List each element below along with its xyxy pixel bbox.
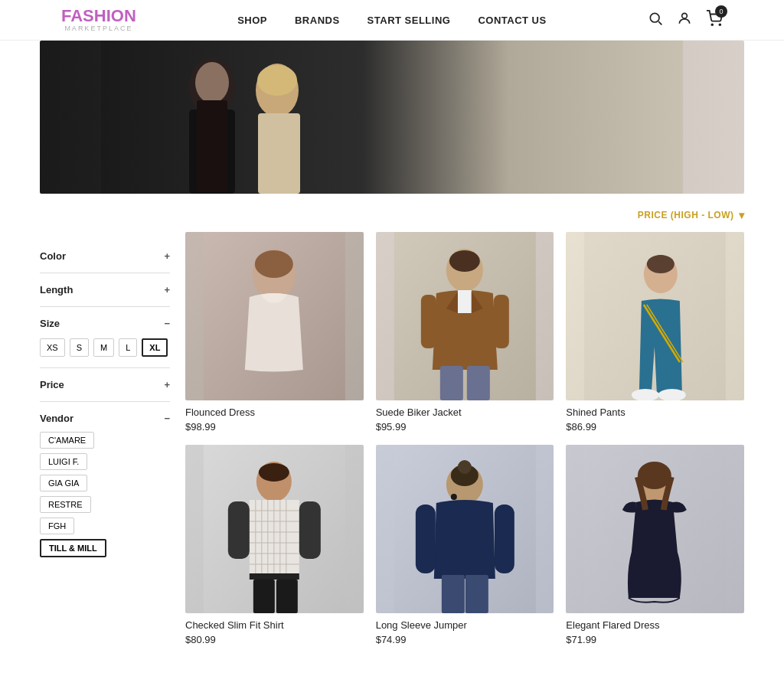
filter-color: Color +	[40, 240, 170, 273]
search-icon[interactable]	[648, 11, 663, 30]
product-image-5	[376, 445, 554, 613]
product-name-3: Shined Pants	[566, 407, 744, 418]
filter-price-header[interactable]: Price +	[40, 379, 170, 390]
product-price-2: $95.99	[376, 421, 554, 433]
product-name-2: Suede Biker Jacket	[376, 407, 554, 418]
nav-shop[interactable]: SHOP	[237, 15, 267, 26]
svg-rect-48	[299, 501, 321, 559]
size-btn-xs[interactable]: XS	[40, 338, 65, 357]
svg-point-52	[259, 463, 289, 482]
product-name-6: Elegant Flared Dress	[566, 619, 744, 631]
size-btn-xl[interactable]: XL	[142, 338, 168, 357]
svg-point-4	[719, 24, 720, 25]
product-card-2[interactable]: Suede Biker Jacket $95.99	[376, 232, 554, 433]
cart-count: 0	[715, 5, 727, 18]
banner-image	[40, 41, 744, 194]
svg-point-3	[711, 24, 713, 25]
svg-rect-21	[493, 295, 508, 348]
vendor-options: C'AMARE LUIGI F. GIA GIA RESTRE FGH TILL…	[40, 432, 170, 557]
svg-rect-11	[258, 113, 300, 194]
svg-rect-56	[494, 505, 514, 573]
main-nav: SHOP BRANDS START SELLING CONTACT US	[237, 15, 547, 26]
svg-rect-31	[658, 255, 664, 266]
sort-chevron-icon: ▾	[739, 209, 745, 221]
svg-rect-9	[197, 100, 227, 192]
logo-sub: MARKETPLACE	[61, 24, 136, 32]
filter-price: Price +	[40, 368, 170, 402]
product-card-1[interactable]: Flounced Dress $98.99	[185, 232, 364, 433]
products-area: PRICE (HIGH - LOW) ▾	[185, 209, 744, 645]
nav-contact-us[interactable]: CONTACT US	[478, 15, 546, 26]
sort-dropdown[interactable]: PRICE (HIGH - LOW) ▾	[638, 209, 744, 221]
logo[interactable]: FASHION MARKETPLACE	[61, 8, 136, 32]
header-icons: 0	[648, 10, 723, 30]
product-image-1	[185, 232, 364, 400]
size-options: XS S M L XL	[40, 338, 170, 357]
user-icon[interactable]	[677, 11, 692, 30]
vendor-gia-gia[interactable]: GIA GIA	[40, 475, 87, 491]
product-card-5[interactable]: Long Sleeve Jumper $74.99	[376, 445, 554, 645]
vendor-luigi[interactable]: LUIGI F.	[40, 453, 87, 470]
product-grid: Flounced Dress $98.99	[185, 232, 744, 645]
vendor-fgh[interactable]: FGH	[40, 518, 74, 534]
product-price-6: $71.99	[566, 634, 744, 645]
product-image-3	[566, 232, 744, 400]
svg-point-2	[682, 13, 688, 18]
filter-vendor-header[interactable]: Vendor −	[40, 413, 170, 424]
filter-price-label: Price	[40, 379, 64, 390]
svg-rect-22	[439, 366, 462, 400]
product-image-2	[376, 232, 554, 400]
vendor-camare[interactable]: C'AMARE	[40, 432, 94, 449]
svg-rect-55	[415, 505, 435, 573]
svg-rect-58	[465, 575, 488, 613]
product-name-5: Long Sleeve Jumper	[376, 619, 554, 631]
sort-bar: PRICE (HIGH - LOW) ▾	[185, 209, 744, 221]
svg-rect-50	[253, 580, 275, 613]
nav-start-selling[interactable]: START SELLING	[368, 15, 451, 26]
svg-point-0	[650, 13, 659, 22]
filter-size-collapse-icon: −	[164, 318, 170, 328]
size-btn-l[interactable]: L	[119, 338, 137, 357]
product-price-1: $98.99	[185, 421, 364, 433]
vendor-till-mill[interactable]: TILL & MILL	[40, 539, 106, 557]
svg-point-60	[457, 460, 471, 474]
svg-rect-18	[457, 290, 471, 313]
product-price-5: $74.99	[376, 634, 554, 645]
svg-point-61	[450, 494, 456, 500]
cart-icon-wrapper[interactable]: 0	[706, 10, 723, 30]
product-card-6[interactable]: Elegant Flared Dress $71.99	[566, 445, 744, 645]
svg-point-8	[195, 62, 229, 103]
product-name-4: Checked Slim Fit Shirt	[185, 619, 364, 631]
filter-color-header[interactable]: Color +	[40, 250, 170, 262]
sort-label-text: PRICE (HIGH - LOW)	[638, 210, 734, 220]
product-card-3[interactable]: Shined Pants $86.99	[566, 232, 744, 433]
filter-vendor: Vendor − C'AMARE LUIGI F. GIA GIA RESTRE…	[40, 402, 170, 568]
product-card-4[interactable]: Checked Slim Fit Shirt $80.99	[185, 445, 364, 645]
svg-point-15	[255, 250, 293, 278]
filter-size: Size − XS S M L XL	[40, 307, 170, 368]
size-btn-s[interactable]: S	[70, 338, 89, 357]
nav-brands[interactable]: BRANDS	[295, 15, 340, 26]
product-price-4: $80.99	[185, 634, 364, 645]
product-image-4	[185, 445, 364, 613]
svg-rect-5	[101, 41, 683, 194]
filter-size-header[interactable]: Size −	[40, 318, 170, 329]
filter-price-expand-icon: +	[164, 380, 170, 390]
filter-color-label: Color	[40, 250, 66, 262]
svg-rect-49	[250, 573, 299, 580]
size-btn-m[interactable]: M	[93, 338, 114, 357]
svg-rect-47	[228, 501, 250, 559]
svg-point-19	[449, 250, 479, 272]
svg-line-1	[658, 21, 662, 24]
filter-length-label: Length	[40, 284, 73, 296]
filter-length-header[interactable]: Length +	[40, 284, 170, 296]
filter-length-expand-icon: +	[164, 285, 170, 295]
banner-container	[24, 41, 760, 194]
header: FASHION MARKETPLACE SHOP BRANDS START SE…	[0, 0, 784, 41]
svg-rect-57	[441, 575, 464, 613]
product-price-3: $86.99	[566, 421, 744, 433]
filter-size-label: Size	[40, 318, 60, 329]
vendor-restre[interactable]: RESTRE	[40, 496, 91, 513]
logo-name: FASHION	[61, 8, 136, 24]
filter-length: Length +	[40, 273, 170, 307]
